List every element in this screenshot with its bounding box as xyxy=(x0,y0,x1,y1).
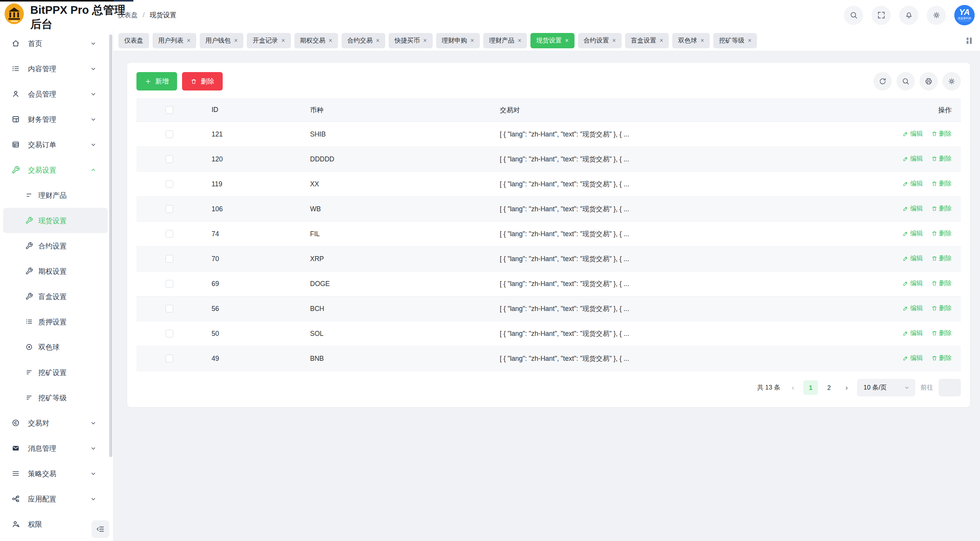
tab-contract-settings[interactable]: 合约设置× xyxy=(578,33,622,48)
tab-unbox-records[interactable]: 开盒记录× xyxy=(247,33,291,48)
sidebar-subitem-spot-settings[interactable]: 现货设置 xyxy=(3,208,108,233)
delete-link[interactable]: 删除 xyxy=(931,354,952,362)
table-search-button[interactable] xyxy=(896,72,915,90)
tab-close-icon[interactable]: × xyxy=(376,38,379,44)
tab-close-icon[interactable]: × xyxy=(471,38,474,44)
tab-close-icon[interactable]: × xyxy=(329,38,332,44)
sidebar-item-home[interactable]: 首页 xyxy=(0,31,113,56)
row-checkbox[interactable] xyxy=(166,230,173,238)
tab-user-list[interactable]: 用户列表× xyxy=(153,33,196,48)
delete-link[interactable]: 删除 xyxy=(931,229,952,238)
tab-mining-levels[interactable]: 挖矿等级× xyxy=(713,33,757,48)
edit-link[interactable]: 编辑 xyxy=(903,179,923,188)
sidebar-item-strategy-trading[interactable]: 策略交易 xyxy=(0,461,113,486)
edit-link[interactable]: 编辑 xyxy=(903,155,923,163)
sidebar-subitem-options-settings[interactable]: 期权设置 xyxy=(0,258,105,284)
sidebar-subitem-double-color-ball[interactable]: 双色球 xyxy=(0,334,105,360)
pagination-page-2[interactable]: 2 xyxy=(822,380,836,395)
row-checkbox[interactable] xyxy=(166,205,173,213)
tab-wealth-products[interactable]: 理财产品× xyxy=(483,33,527,48)
row-checkbox[interactable] xyxy=(166,305,173,312)
sidebar-subitem-wealth-products[interactable]: 理财产品 xyxy=(0,183,105,208)
delete-link[interactable]: 删除 xyxy=(931,254,952,263)
tab-quick-buy[interactable]: 快捷买币× xyxy=(389,33,432,48)
delete-link[interactable]: 删除 xyxy=(931,179,952,188)
edit-link[interactable]: 编辑 xyxy=(903,279,923,288)
edit-link[interactable]: 编辑 xyxy=(903,229,923,238)
delete-button[interactable]: 删除 xyxy=(182,72,223,90)
sidebar-item-content-management[interactable]: 内容管理 xyxy=(0,56,113,81)
sidebar-subitem-mining-levels[interactable]: 挖矿等级 xyxy=(0,385,105,410)
sidebar-subitem-contract-settings[interactable]: 合约设置 xyxy=(0,233,105,258)
row-checkbox[interactable] xyxy=(166,355,173,362)
delete-link[interactable]: 删除 xyxy=(931,155,952,163)
sidebar-subitem-mining-settings[interactable]: 挖矿设置 xyxy=(0,360,105,385)
print-button[interactable] xyxy=(919,72,938,90)
edit-link[interactable]: 编辑 xyxy=(903,329,923,337)
tab-close-icon[interactable]: × xyxy=(701,38,704,44)
tab-close-icon[interactable]: × xyxy=(612,38,616,44)
sidebar-item-trading-pairs[interactable]: 交易对 xyxy=(0,410,113,436)
refresh-button[interactable] xyxy=(873,72,892,90)
row-checkbox[interactable] xyxy=(166,255,173,263)
delete-link[interactable]: 删除 xyxy=(931,279,952,288)
tab-close-icon[interactable]: × xyxy=(748,38,751,44)
page-size-select[interactable]: 10 条/页 xyxy=(857,379,915,396)
fullscreen-button[interactable] xyxy=(872,6,891,25)
delete-link[interactable]: 删除 xyxy=(931,130,952,138)
tab-close-icon[interactable]: × xyxy=(281,38,285,44)
user-avatar[interactable]: YA 优选源码库 xyxy=(954,5,975,25)
tab-close-icon[interactable]: × xyxy=(187,38,190,44)
tab-close-icon[interactable]: × xyxy=(423,38,427,44)
tab-close-icon[interactable]: × xyxy=(660,38,663,44)
search-button[interactable] xyxy=(844,6,863,25)
breadcrumb-item-dashboard[interactable]: 仪表盘 xyxy=(118,10,138,20)
delete-link[interactable]: 删除 xyxy=(931,329,952,337)
sidebar-subitem-blindbox-settings[interactable]: 盲盒设置 xyxy=(0,284,105,309)
sidebar-item-app-config[interactable]: 应用配置 xyxy=(0,486,113,511)
edit-link[interactable]: 编辑 xyxy=(903,304,923,312)
row-checkbox[interactable] xyxy=(166,155,173,163)
settings-button[interactable] xyxy=(927,6,946,25)
sidebar-item-message-management[interactable]: 消息管理 xyxy=(0,436,113,461)
row-checkbox[interactable] xyxy=(166,180,173,188)
tab-spot-settings[interactable]: 现货设置× xyxy=(530,33,574,48)
tab-close-icon[interactable]: × xyxy=(565,38,568,44)
notifications-button[interactable] xyxy=(899,6,918,25)
sidebar-subitem-staking-settings[interactable]: 质押设置 xyxy=(0,309,105,334)
tab-close-icon[interactable]: × xyxy=(518,38,521,44)
home-icon xyxy=(11,39,20,48)
edit-link[interactable]: 编辑 xyxy=(903,354,923,362)
row-checkbox[interactable] xyxy=(166,330,173,337)
tab-layout-icon[interactable] xyxy=(965,36,974,45)
row-checkbox[interactable] xyxy=(166,280,173,288)
tab-wealth-subscribe[interactable]: 理财申购× xyxy=(436,33,480,48)
select-all-checkbox[interactable] xyxy=(166,106,173,114)
tab-close-icon[interactable]: × xyxy=(234,38,238,44)
table-settings-button[interactable] xyxy=(942,72,961,90)
pagination-page-1[interactable]: 1 xyxy=(803,380,818,395)
sidebar-item-trade-settings[interactable]: 交易设置 xyxy=(0,157,113,183)
delete-link[interactable]: 删除 xyxy=(931,204,952,213)
cell-pair: [ { "lang": "zh-Hant", "text": "现货交易" },… xyxy=(491,304,861,313)
pagination-next-button[interactable]: › xyxy=(842,383,852,392)
goto-page-input[interactable] xyxy=(939,379,961,396)
tab-user-wallet[interactable]: 用户钱包× xyxy=(200,33,243,48)
sidebar-item-trade-orders[interactable]: 交易订单 xyxy=(0,132,113,157)
add-button[interactable]: 新增 xyxy=(136,72,177,90)
delete-link[interactable]: 删除 xyxy=(931,304,952,312)
pagination-prev-button[interactable]: ‹ xyxy=(788,383,798,392)
edit-link[interactable]: 编辑 xyxy=(903,254,923,263)
edit-link[interactable]: 编辑 xyxy=(903,204,923,213)
row-checkbox[interactable] xyxy=(166,130,173,138)
sidebar-item-finance-management[interactable]: 财务管理 xyxy=(0,107,113,132)
sidebar-item-member-management[interactable]: 会员管理 xyxy=(0,81,113,107)
tab-dashboard[interactable]: 仪表盘 xyxy=(118,33,149,48)
tab-contract-trade[interactable]: 合约交易× xyxy=(341,33,385,48)
sidebar-collapse-button[interactable] xyxy=(92,520,109,538)
sidebar-scrollbar[interactable] xyxy=(109,35,112,457)
tab-options-trade[interactable]: 期权交易× xyxy=(294,33,338,48)
tab-blindbox-settings[interactable]: 盲盒设置× xyxy=(625,33,669,48)
tab-double-color-ball[interactable]: 双色球× xyxy=(672,33,710,48)
edit-link[interactable]: 编辑 xyxy=(903,130,923,138)
